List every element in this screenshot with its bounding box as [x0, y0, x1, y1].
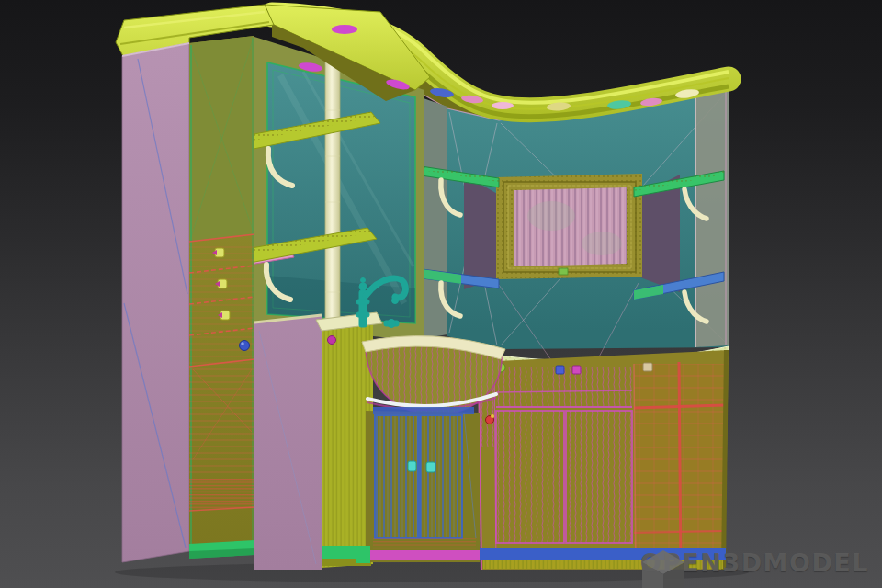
spot-light	[332, 25, 357, 34]
niche-flank-left	[464, 175, 499, 289]
furniture-model-render	[0, 0, 882, 588]
base-cabinets	[478, 350, 729, 570]
kickboard	[480, 548, 726, 560]
mirror-knob	[559, 268, 568, 275]
3d-model-viewport: OPEN3DMODEL	[0, 0, 882, 588]
sink-cabinet	[356, 407, 480, 563]
cabinet-side-panel	[122, 43, 189, 562]
base-strip	[356, 546, 370, 563]
door-handle	[426, 462, 435, 472]
door-handle	[408, 461, 416, 471]
mauve-column	[254, 315, 322, 570]
faucet-handle	[384, 320, 399, 328]
column-knob	[328, 336, 336, 345]
